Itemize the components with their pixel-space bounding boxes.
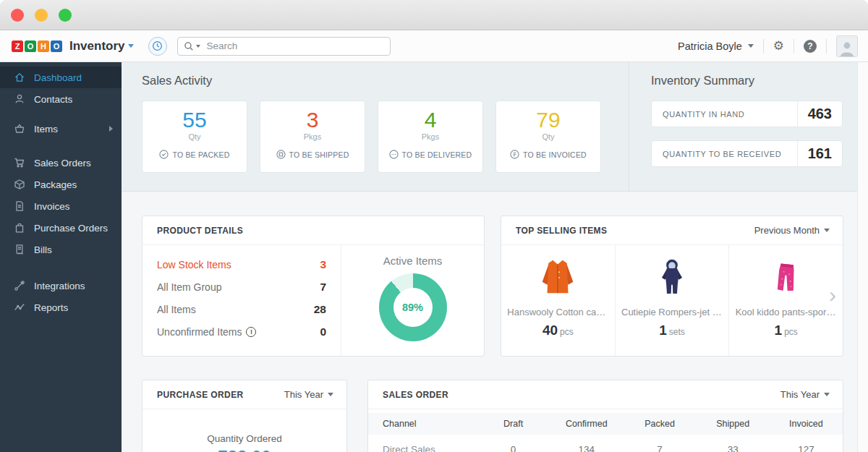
item-name: Kool kiddo pants-sport... (736, 307, 837, 317)
sidebar-item-sales-orders[interactable]: Sales Orders (0, 152, 122, 174)
info-icon[interactable]: ! (246, 327, 256, 337)
search-input[interactable] (177, 37, 391, 56)
sidebar-item-label: Integrations (34, 281, 85, 291)
sidebar-item-label: Reports (34, 302, 68, 313)
search-scope-caret-icon[interactable] (196, 45, 200, 48)
all-item-group-row[interactable]: All Item Group 7 (157, 276, 326, 298)
logo-letter: O (25, 40, 36, 52)
sidebar-item-reports[interactable]: Reports (0, 297, 122, 318)
top-selling-item[interactable]: Kool kiddo pants-sport... 1pcs (728, 245, 843, 356)
search-icon[interactable] (184, 41, 200, 51)
inventory-summary-section: Inventory Summary QUANTITY IN HAND 463 Q… (629, 62, 857, 191)
all-items-row[interactable]: All Items 28 (157, 298, 326, 320)
sidebar-item-label: Purchase Orders (34, 223, 108, 234)
purchase-order-period-dropdown[interactable]: This Year (284, 389, 333, 400)
help-icon[interactable]: ? (804, 40, 817, 53)
user-caret-icon[interactable] (748, 44, 754, 48)
card-label-row: TO BE DELIVERED (378, 150, 482, 159)
app-window: Z O H O Inventory Patricia Boyle (0, 0, 868, 452)
sidebar: Dashboard Contacts Items Sales Orders (0, 62, 122, 452)
sales-order-panel: SALES ORDER This Year Channel Draft Conf… (367, 380, 843, 452)
to-be-packed-card[interactable]: 55 Qty TO BE PACKED (142, 101, 247, 173)
sidebar-item-label: Packages (34, 179, 77, 190)
gear-icon[interactable]: ⚙ (773, 40, 784, 52)
card-value: 3 (260, 108, 365, 132)
zoho-logo[interactable]: Z O H O (12, 40, 64, 52)
minimize-window-button[interactable] (35, 9, 48, 22)
divider (826, 39, 827, 54)
cell-confirmed: 134 (550, 444, 623, 452)
sidebar-item-contacts[interactable]: Contacts (0, 88, 122, 110)
top-section: Sales Activity 55 Qty TO BE PACKED 3 (122, 62, 857, 192)
chart-line-icon (14, 302, 25, 313)
scrollbar[interactable] (857, 62, 868, 452)
column-header: Shipped (697, 419, 770, 429)
home-icon (14, 72, 25, 83)
card-label-row: TO BE INVOICED (496, 150, 600, 159)
close-window-button[interactable] (11, 9, 24, 22)
cell-invoiced: 127 (770, 444, 843, 452)
low-stock-items-row[interactable]: Low Stock Items 3 (157, 253, 326, 276)
sidebar-item-items[interactable]: Items (0, 118, 122, 140)
sales-order-period-dropdown[interactable]: This Year (780, 389, 830, 400)
receipt-icon (14, 244, 25, 255)
quantity-ordered-label: Quantity Ordered (142, 433, 346, 444)
card-value: 4 (378, 108, 482, 132)
bottom-section: PRODUCT DETAILS Low Stock Items 3 All It… (122, 192, 857, 452)
shipment-circle-icon (276, 150, 286, 159)
sidebar-item-dashboard[interactable]: Dashboard (0, 67, 122, 88)
to-be-delivered-card[interactable]: 4 Pkgs TO BE DELIVERED (378, 101, 483, 173)
table-row[interactable]: Direct Sales 0 134 7 33 127 (368, 435, 843, 452)
top-selling-item[interactable]: Cutiepie Rompers-jet b.. 1sets (615, 245, 729, 356)
to-be-invoiced-card[interactable]: 79 Qty TO BE INVOICED (495, 101, 601, 173)
inventory-row-label: QUANTITY IN HAND (663, 110, 797, 119)
document-icon (14, 200, 25, 212)
person-icon (14, 93, 25, 105)
unconfirmed-items-row[interactable]: Unconfirmed Items ! 0 (157, 320, 326, 343)
box-icon (14, 179, 25, 190)
app-name: Inventory (69, 39, 125, 54)
row-label: All Item Group (157, 281, 221, 293)
quantity-to-be-received-row[interactable]: QUANTITY TO BE RECEIVED 161 (651, 140, 843, 167)
header-right: Patricia Boyle ⚙ ? (678, 35, 858, 57)
sidebar-item-label: Items (34, 124, 58, 135)
column-header: Invoiced (770, 419, 843, 429)
card-label-row: TO BE SHIPPED (260, 150, 365, 159)
sidebar-item-integrations[interactable]: Integrations (0, 275, 122, 297)
to-be-shipped-card[interactable]: 3 Pkgs TO BE SHIPPED (260, 101, 365, 173)
maximize-window-button[interactable] (59, 9, 72, 22)
quantity-in-hand-row[interactable]: QUANTITY IN HAND 463 (651, 101, 843, 127)
sidebar-item-invoices[interactable]: Invoices (0, 195, 122, 217)
sidebar-item-packages[interactable]: Packages (0, 174, 122, 195)
cell-shipped: 33 (697, 444, 770, 452)
chevron-down-icon[interactable] (128, 44, 134, 48)
row-label: Unconfirmed Items ! (157, 326, 256, 338)
inventory-summary-title: Inventory Summary (651, 74, 843, 88)
sidebar-item-label: Contacts (34, 94, 72, 105)
card-value: 55 (142, 108, 247, 132)
top-selling-period-dropdown[interactable]: Previous Month (754, 225, 830, 236)
column-header: Packed (623, 419, 696, 429)
card-unit: Qty (496, 132, 600, 141)
sidebar-item-purchase-orders[interactable]: Purchase Orders (0, 217, 122, 239)
card-label-row: TO BE PACKED (142, 150, 247, 159)
pink-pants-image (767, 252, 805, 304)
active-items-donut: 89% (379, 273, 447, 341)
logo-letter: H (38, 40, 49, 52)
active-items-label: Active Items (341, 255, 484, 267)
top-selling-item[interactable]: Hanswooly Cotton cas... 40pcs (501, 245, 615, 356)
card-unit: Qty (142, 132, 247, 141)
sales-order-title: SALES ORDER (383, 390, 448, 400)
sales-activity-section: Sales Activity 55 Qty TO BE PACKED 3 (122, 62, 629, 191)
avatar[interactable] (836, 35, 858, 57)
main-content: Sales Activity 55 Qty TO BE PACKED 3 (122, 62, 857, 452)
user-menu[interactable]: Patricia Boyle (678, 40, 742, 52)
check-circle-icon (159, 150, 169, 159)
row-label: All Items (157, 304, 196, 315)
recent-activity-icon[interactable] (148, 37, 167, 56)
carousel-next-icon[interactable]: › (829, 284, 836, 306)
sidebar-item-bills[interactable]: Bills (0, 239, 122, 260)
top-selling-items-panel: TOP SELLING ITEMS Previous Month (501, 216, 843, 357)
row-value: 0 (320, 325, 326, 338)
item-quantity: 40pcs (542, 323, 574, 338)
